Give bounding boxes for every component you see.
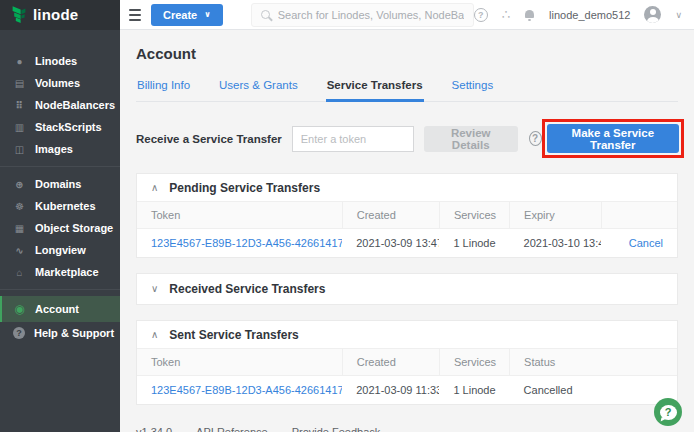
sidebar-item-label: Volumes [35,77,80,89]
token-link[interactable]: 123E4567-E89B-12D3-A456-426614174001 [151,384,342,396]
sidebar-item-account[interactable]: ◉ Account [0,296,120,322]
version-label: v1.34.0 [136,426,172,432]
create-button[interactable]: Create ∨ [151,4,223,26]
create-button-label: Create [163,9,197,21]
chevron-down-icon[interactable]: ∨ [675,10,682,20]
top-bar: linode Create ∨ ? ∴ linode_demo512 ∨ [0,0,694,30]
marketplace-icon: ⌂ [13,267,26,278]
sidebar-item-domains[interactable]: ⊕ Domains [0,173,120,195]
table-row: 123E4567-E89B-12D3-A456-426614174001 202… [137,376,677,405]
sidebar-item-images[interactable]: ◫ Images [0,138,120,160]
received-transfers-panel: ∨ Received Service Transfers [136,273,678,305]
nodebalancers-icon: ⠿ [13,100,26,111]
kubernetes-icon: ☸ [13,201,26,212]
sidebar-item-label: Kubernetes [35,200,96,212]
tab-users-grants[interactable]: Users & Grants [218,71,299,102]
expand-chevron-icon: ∨ [151,284,158,294]
domains-icon: ⊕ [13,179,26,190]
pending-transfers-panel: ∧ Pending Service Transfers Token Create… [136,173,678,258]
sidebar-item-kubernetes[interactable]: ☸ Kubernetes [0,195,120,217]
sidebar-item-stackscripts[interactable]: ▥ StackScripts [0,116,120,138]
account-icon: ◉ [13,302,26,316]
column-header-created: Created [342,202,439,229]
sidebar-item-label: Marketplace [35,266,99,278]
token-link[interactable]: 123E4567-E89B-12D3-A456-426614174000 [151,237,342,249]
search-bar[interactable] [251,3,474,27]
pending-transfers-title: Pending Service Transfers [169,181,320,195]
review-details-button[interactable]: Review Details [424,126,518,152]
hamburger-menu-icon[interactable] [129,9,141,21]
pending-transfers-table: Token Created Services Expiry 123E4567-E… [137,201,677,257]
notifications-bell-icon[interactable] [524,10,535,20]
sidebar-item-label: Account [35,303,79,315]
column-header-token: Token [137,349,342,376]
help-circle-icon: ? [13,327,25,339]
help-tooltip-icon[interactable]: ? [529,131,542,146]
services-cell: 1 Linode [439,229,509,258]
cancel-link[interactable]: Cancel [629,237,663,249]
linode-logo[interactable]: linode [0,0,120,30]
status-cell: Cancelled [510,376,677,405]
table-row: 123E4567-E89B-12D3-A456-426614174000 202… [137,229,677,258]
longview-icon: ∿ [13,245,26,256]
help-icon[interactable]: ? [474,8,488,22]
sidebar-item-label: Object Storage [35,222,113,234]
annotation-highlight-box: Make a Service Transfer [542,119,684,158]
search-input[interactable] [278,9,464,21]
page-title: Account [136,45,678,62]
logo-text: linode [33,6,78,23]
created-cell: 2021-03-09 11:33 [342,376,439,405]
sidebar-item-label: NodeBalancers [35,99,115,111]
tab-settings[interactable]: Settings [451,71,495,102]
linode-logo-icon [11,6,27,24]
sidebar-item-marketplace[interactable]: ⌂ Marketplace [0,261,120,283]
volumes-icon: ▤ [13,78,26,89]
make-service-transfer-button[interactable]: Make a Service Transfer [547,124,679,153]
sent-transfers-table: Token Created Services Status 123E4567-E… [137,348,677,404]
sidebar: ● Linodes ▤ Volumes ⠿ NodeBalancers ▥ St… [0,30,120,432]
collapse-chevron-icon: ∧ [151,183,158,193]
column-header-services: Services [439,202,509,229]
sidebar-item-linodes[interactable]: ● Linodes [0,50,120,72]
expiry-cell: 2021-03-10 13:47 [510,229,602,258]
token-input[interactable] [292,126,414,152]
main-content: Account Billing Info Users & Grants Serv… [120,30,694,432]
community-icon[interactable]: ∴ [502,8,510,21]
search-icon [261,10,270,19]
username-label[interactable]: linode_demo512 [549,9,630,21]
sidebar-item-label: Help & Support [34,327,114,339]
received-transfers-title: Received Service Transfers [169,282,325,296]
collapse-chevron-icon: ∧ [151,330,158,340]
tab-billing-info[interactable]: Billing Info [136,71,191,102]
sent-transfers-panel: ∧ Sent Service Transfers Token Created S… [136,320,678,405]
column-header-token: Token [137,202,342,229]
stackscripts-icon: ▥ [13,122,26,133]
receive-transfer-row: Receive a Service Transfer Review Detail… [136,119,678,158]
avatar[interactable] [644,6,661,23]
pending-transfers-header[interactable]: ∧ Pending Service Transfers [137,174,677,201]
api-reference-link[interactable]: API Reference [196,426,268,432]
receive-transfer-label: Receive a Service Transfer [136,133,282,145]
topbar-right: ? ∴ linode_demo512 ∨ [474,6,694,23]
received-transfers-header[interactable]: ∨ Received Service Transfers [137,274,677,304]
sidebar-item-object-storage[interactable]: ▦ Object Storage [0,217,120,239]
column-header-services: Services [439,349,509,376]
column-header-status: Status [510,349,677,376]
sidebar-item-help-support[interactable]: ? Help & Support [0,322,120,344]
column-header-action [601,202,677,229]
provide-feedback-link[interactable]: Provide Feedback [292,426,381,432]
sidebar-item-label: Images [35,143,73,155]
linodes-icon: ● [13,56,26,67]
sidebar-item-longview[interactable]: ∿ Longview [0,239,120,261]
sidebar-item-volumes[interactable]: ▤ Volumes [0,72,120,94]
sent-transfers-header[interactable]: ∧ Sent Service Transfers [137,321,677,348]
column-header-created: Created [342,349,439,376]
sidebar-item-label: StackScripts [35,121,102,133]
chevron-down-icon: ∨ [204,11,211,19]
tab-service-transfers[interactable]: Service Transfers [326,71,424,102]
sidebar-item-nodebalancers[interactable]: ⠿ NodeBalancers [0,94,120,116]
footer: v1.34.0 API Reference Provide Feedback [136,426,678,432]
object-storage-icon: ▦ [13,223,26,234]
sidebar-item-label: Domains [35,178,81,190]
help-fab-button[interactable]: ? [654,398,682,426]
